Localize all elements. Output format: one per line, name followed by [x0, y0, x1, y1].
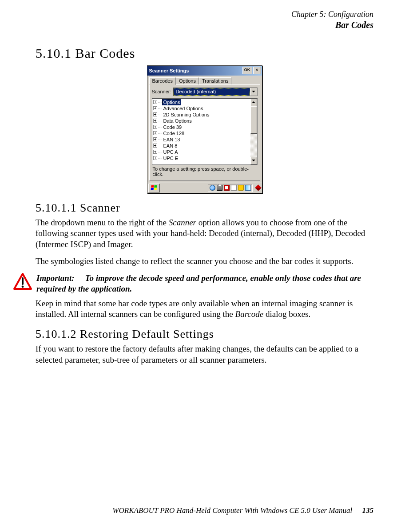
- windows-flag-icon: [151, 185, 157, 191]
- important-label: Important:: [36, 273, 75, 283]
- start-button[interactable]: [148, 184, 160, 192]
- paragraph-scanner-2: The symbologies listed change to reflect…: [36, 256, 373, 267]
- scanner-dropdown[interactable]: Decoded (internal): [173, 88, 258, 96]
- manual-page: Chapter 5: Configuration Bar Codes 5.10.…: [0, 0, 409, 532]
- expand-icon[interactable]: [153, 156, 157, 160]
- tree-item-options[interactable]: Options: [153, 99, 250, 105]
- page-footer: WORKABOUT PRO Hand-Held Computer With Wi…: [112, 506, 373, 515]
- display-icon[interactable]: [224, 185, 230, 191]
- scanner-label: Scanner:: [152, 89, 171, 94]
- stylus-icon[interactable]: [255, 185, 262, 192]
- expand-icon[interactable]: [153, 144, 157, 148]
- paragraph-scanner-1: The dropdown menu to the right of the Sc…: [36, 217, 373, 250]
- tree-item-upce[interactable]: UPC E: [153, 155, 250, 161]
- tree-item-code128[interactable]: Code 128: [153, 130, 250, 136]
- page-header: Chapter 5: Configuration Bar Codes: [36, 10, 373, 30]
- scanner-settings-window: Scanner Settings OK × Barcodes Options T…: [147, 65, 262, 193]
- tree-item-2d-scanning[interactable]: 2D Scanning Options: [153, 112, 250, 118]
- tree-item-advanced-options[interactable]: Advanced Options: [153, 105, 250, 112]
- important-body: To improve the decode speed and performa…: [36, 273, 361, 293]
- window-title: Scanner Settings: [149, 68, 189, 73]
- footer-text: WORKABOUT PRO Hand-Held Computer With Wi…: [112, 506, 352, 515]
- expand-icon[interactable]: [153, 106, 157, 110]
- tab-options[interactable]: Options: [176, 77, 199, 84]
- close-button[interactable]: ×: [253, 67, 261, 74]
- scroll-down-icon[interactable]: [250, 157, 257, 164]
- tree-item-code39[interactable]: Code 39: [153, 124, 250, 130]
- tree-item-data-options[interactable]: Data Options: [153, 118, 250, 124]
- expand-icon[interactable]: [153, 125, 157, 129]
- paragraph-scanner-3: Keep in mind that some bar code types ar…: [36, 298, 373, 320]
- svg-point-2: [22, 286, 24, 288]
- screenshot-figure: Scanner Settings OK × Barcodes Options T…: [36, 65, 373, 193]
- warning-icon: [13, 273, 32, 290]
- scanner-selected-value: Decoded (internal): [174, 88, 250, 96]
- hint-text: To change a setting: press space, or dou…: [152, 165, 258, 178]
- tree-item-ean13[interactable]: EAN 13: [153, 136, 250, 143]
- expand-icon[interactable]: [153, 112, 157, 116]
- heading-5-10-1: 5.10.1 Bar Codes: [36, 46, 373, 61]
- tab-translations[interactable]: Translations: [199, 77, 232, 84]
- dropdown-arrow-icon[interactable]: [250, 88, 257, 96]
- page-number: 135: [362, 506, 374, 515]
- paragraph-restore: If you want to restore the factory defau…: [36, 344, 373, 365]
- symbology-tree[interactable]: Options Advanced Options 2D Scanning Opt…: [152, 99, 250, 164]
- expand-icon[interactable]: [153, 131, 157, 135]
- tree-container: Options Advanced Options 2D Scanning Opt…: [152, 98, 258, 165]
- scroll-track[interactable]: [250, 106, 257, 157]
- tree-item-upca[interactable]: UPC A: [153, 149, 250, 155]
- window-titlebar[interactable]: Scanner Settings OK ×: [147, 66, 262, 76]
- scroll-up-icon[interactable]: [250, 99, 257, 106]
- expand-icon[interactable]: [153, 100, 157, 104]
- expand-icon[interactable]: [153, 137, 157, 141]
- tab-barcodes[interactable]: Barcodes: [149, 77, 176, 85]
- schedule-icon[interactable]: [245, 185, 251, 191]
- chapter-line: Chapter 5: Configuration: [36, 10, 373, 20]
- tab-strip: Barcodes Options Translations: [147, 76, 262, 84]
- section-line: Bar Codes: [36, 20, 373, 30]
- network-icon[interactable]: [210, 185, 215, 191]
- heading-5-10-1-2: 5.10.1.2 Restoring Default Settings: [36, 328, 373, 341]
- system-tray: [208, 184, 253, 192]
- scanner-row: Scanner: Decoded (internal): [152, 88, 258, 96]
- heading-5-10-1-1: 5.10.1.1 Scanner: [36, 201, 373, 215]
- expand-icon[interactable]: [153, 119, 157, 123]
- taskbar: [147, 183, 262, 193]
- tree-item-ean8[interactable]: EAN 8: [153, 143, 250, 149]
- tab-panel-barcodes: Scanner: Decoded (internal) Options Adva…: [149, 84, 260, 181]
- tree-scrollbar[interactable]: [250, 99, 257, 164]
- expand-icon[interactable]: [153, 150, 157, 154]
- lock-icon[interactable]: [238, 185, 244, 191]
- printer-icon[interactable]: [217, 185, 222, 191]
- important-text: Important:To improve the decode speed an…: [36, 273, 373, 295]
- card-icon[interactable]: [231, 185, 237, 191]
- ok-button[interactable]: OK: [242, 67, 252, 74]
- important-note: Important:To improve the decode speed an…: [13, 273, 373, 295]
- scroll-thumb[interactable]: [250, 106, 257, 134]
